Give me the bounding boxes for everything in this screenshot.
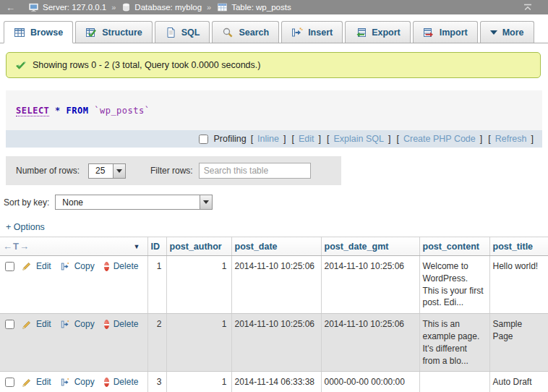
table-row: Edit Copy Delete 2 1 2014-11-10 10:25:06… [0,314,548,372]
delete-row-icon [104,262,109,271]
edit-row-link[interactable]: Edit [36,318,51,331]
sql-keyword-from: FROM [67,106,89,116]
bracket: [ [291,134,294,144]
bracket: ] [531,134,534,144]
edit-pencil-icon [22,320,32,330]
tab-sql[interactable]: SQL [155,21,210,43]
number-of-rows-label: Number of rows: [16,166,80,176]
results-table: ←T→ ▼ ID post_author post_date post_date… [0,237,548,392]
breadcrumb-table: Table: wp_posts [231,3,291,12]
delete-row-icon [104,378,109,387]
transpose-arrows[interactable]: ←T→ [3,241,30,252]
query-result-message: Showing rows 0 - 2 (3 total, Query took … [6,52,541,78]
copy-row-link[interactable]: Copy [74,318,95,331]
column-header-post-author[interactable]: post_author [166,237,231,256]
bracket: [ [488,134,490,144]
cell-post-author: 1 [166,256,231,314]
edit-row-link[interactable]: Edit [36,376,51,388]
sql-query-text: SELECT * FROM `wp_posts` [6,90,542,130]
sql-file-icon [165,27,176,38]
cell-id: 1 [147,256,166,314]
edit-row-link[interactable]: Edit [36,260,51,273]
cell-post-date: 2014-11-10 10:25:06 [231,314,321,372]
delete-row-link[interactable]: Delete [114,376,139,388]
tab-export[interactable]: Export [345,21,411,43]
collapse-navbar-icon[interactable] [522,2,534,12]
tab-label: Browse [30,27,63,38]
breadcrumb-database[interactable]: Database: myblog [134,3,202,12]
copy-row-icon [61,378,70,387]
sort-row: Sort by key: None [4,195,548,210]
row-select-checkbox[interactable] [5,320,14,329]
row-select-checkbox[interactable] [5,378,14,387]
table-row: Edit Copy Delete 3 1 2014-11-14 06:33:38… [0,372,548,392]
copy-row-icon [61,320,70,329]
rows-control-bar: Number of rows: 25 Filter rows: [6,156,341,185]
select-arrow-icon [113,164,125,178]
tab-insert[interactable]: Insert [281,21,343,43]
query-box: SELECT * FROM `wp_posts` Profiling [ Inl… [6,90,542,148]
tab-label: Insert [308,27,333,38]
breadcrumb-separator: » [207,3,211,12]
column-header-post-date-gmt[interactable]: post_date_gmt [321,237,419,256]
tab-label: More [502,27,524,38]
edit-query-link[interactable]: Edit [299,134,314,144]
tab-search[interactable]: Search [212,21,279,43]
tab-label: Export [372,27,401,38]
filter-search-input[interactable] [199,163,311,179]
selected-rows-value: 25 [89,164,111,178]
more-dropdown-icon [490,30,497,35]
options-toggle-link[interactable]: + Options [6,222,45,232]
copy-row-link[interactable]: Copy [74,260,95,273]
column-header-id[interactable]: ID [147,237,166,256]
sql-keyword-select[interactable]: SELECT [16,106,49,116]
structure-icon [85,27,97,38]
refresh-link[interactable]: Refresh [495,134,527,144]
create-php-code-link[interactable]: Create PHP Code [403,134,476,144]
profiling-label: Profiling [213,134,246,144]
tab-label: Search [239,27,269,38]
tab-structure[interactable]: Structure [75,21,153,43]
database-icon [121,2,131,12]
inline-edit-link[interactable]: Inline [257,134,279,144]
table-header-row: ←T→ ▼ ID post_author post_date post_date… [0,237,548,256]
cell-post-author: 1 [166,314,231,372]
bracket: ] [388,134,390,144]
tab-label: Import [440,27,468,38]
bracket: ] [480,134,482,144]
column-header-post-content[interactable]: post_content [419,237,489,256]
column-header-post-date[interactable]: post_date [231,237,321,256]
bracket: ] [319,134,321,144]
back-arrow-icon[interactable]: ← [6,2,15,13]
cell-post-author: 1 [166,372,231,392]
actions-header-cell: ←T→ ▼ [0,237,147,256]
delete-row-link[interactable]: Delete [114,318,139,331]
tab-label: Structure [102,27,142,38]
tab-browse[interactable]: Browse [4,21,73,43]
sort-key-select[interactable]: None [55,195,213,210]
edit-pencil-icon [22,378,32,388]
explain-sql-link[interactable]: Explain SQL [333,134,383,144]
cell-post-date-gmt: 2014-11-10 10:25:06 [321,256,419,314]
cell-post-date: 2014-11-10 10:25:06 [231,256,321,314]
bracket: [ [396,134,398,144]
cell-post-content: Welcome to WordPress. This is your first… [419,256,489,314]
cell-id: 3 [147,372,166,392]
delete-row-icon [104,320,109,329]
sort-dropdown-icon[interactable]: ▼ [134,243,140,250]
delete-row-link[interactable]: Delete [114,260,139,273]
copy-row-link[interactable]: Copy [74,376,95,388]
copy-row-icon [61,262,70,271]
tab-bar: Browse Structure SQL Search Insert Expor… [0,20,548,43]
table-icon [217,2,228,12]
breadcrumb-server[interactable]: Server: 127.0.0.1 [43,3,106,12]
tab-more[interactable]: More [480,21,534,43]
export-icon [355,27,367,38]
filter-rows-label: Filter rows: [150,166,193,176]
column-header-post-title[interactable]: post_title [489,237,548,256]
tab-import[interactable]: Import [413,21,478,43]
row-select-checkbox[interactable] [5,262,14,271]
cell-post-title: Sample Page [489,314,548,372]
profiling-checkbox[interactable] [199,135,208,144]
number-of-rows-select[interactable]: 25 [88,163,126,179]
